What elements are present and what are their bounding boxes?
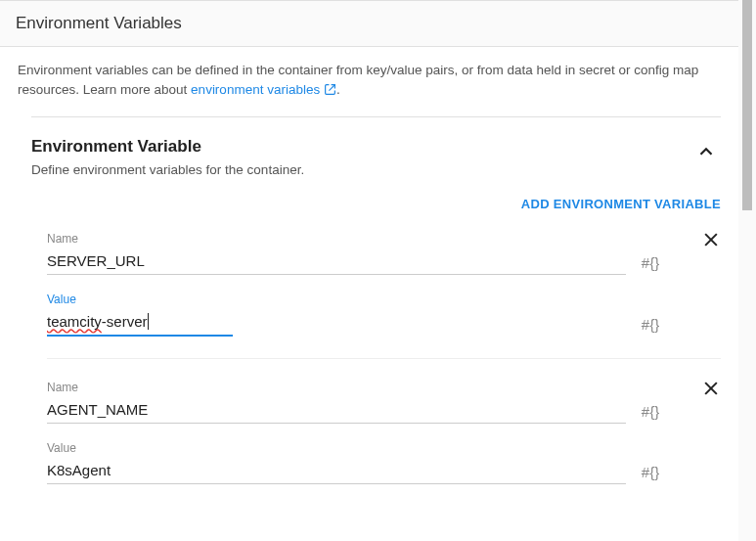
section-header: Environment Variables: [0, 0, 738, 47]
scrollbar-thumb[interactable]: [742, 0, 752, 210]
close-icon: [701, 230, 721, 249]
external-link-icon: [324, 83, 336, 96]
panel-title: Environment Variable: [31, 137, 304, 157]
value-label: Value: [47, 441, 626, 455]
var-reference-button[interactable]: #{}: [640, 316, 661, 337]
var-reference-button[interactable]: #{}: [640, 403, 661, 424]
env-var-panel: Environment Variable Define environment …: [31, 116, 721, 484]
chevron-up-icon: [695, 141, 717, 162]
env-var-row: Name #{} Value #{}: [47, 358, 721, 484]
value-label: Value: [47, 293, 626, 306]
env-var-row: Name #{} Value teamcity-server #{}: [47, 222, 721, 337]
scrollbar-track[interactable]: [738, 0, 756, 541]
env-var-name-input[interactable]: [47, 396, 626, 424]
add-env-var-button[interactable]: ADD ENVIRONMENT VARIABLE: [521, 197, 721, 211]
var-reference-button[interactable]: #{}: [640, 254, 661, 275]
env-var-value-input[interactable]: [47, 308, 233, 337]
panel-subtitle: Define environment variables for the con…: [31, 162, 304, 177]
section-title: Environment Variables: [16, 14, 723, 33]
env-vars-doc-link[interactable]: environment variables: [191, 82, 336, 97]
name-label: Name: [47, 381, 626, 394]
remove-env-var-button[interactable]: [701, 230, 721, 249]
section-description: Environment variables can be defined in …: [18, 61, 721, 99]
var-reference-button[interactable]: #{}: [640, 464, 661, 484]
env-var-value-input[interactable]: [47, 457, 626, 484]
remove-env-var-button[interactable]: [701, 379, 721, 398]
env-var-name-input[interactable]: [47, 248, 626, 275]
collapse-panel-button[interactable]: [691, 137, 721, 166]
name-label: Name: [47, 232, 626, 246]
close-icon: [701, 379, 721, 398]
